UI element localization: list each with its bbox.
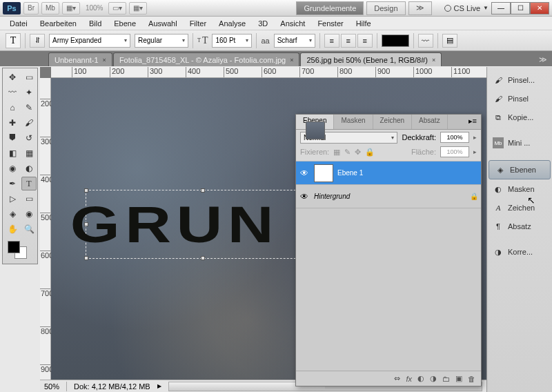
view-extras[interactable]: ▭▾ — [108, 2, 126, 14]
new-layer-icon[interactable]: ▣ — [455, 374, 462, 383]
type-tool[interactable]: T — [21, 177, 37, 190]
dock-masks[interactable]: ◐Masken — [487, 180, 552, 199]
eraser-tool[interactable]: ◧ — [5, 146, 20, 160]
pen-tool[interactable]: ✒ — [5, 177, 20, 190]
magic-wand-tool[interactable]: ✦ — [21, 86, 37, 99]
healing-tool[interactable]: ✚ — [5, 116, 20, 130]
badge-br[interactable]: Br — [23, 2, 39, 14]
eyedropper-tool[interactable]: ✎ — [21, 101, 37, 115]
badge-mb[interactable]: Mb — [41, 2, 59, 14]
menu-bild[interactable]: Bild — [83, 18, 107, 29]
antialias-combo[interactable]: Scharf — [274, 34, 315, 48]
font-size-combo[interactable]: 160 Pt — [212, 34, 252, 48]
menu-analyse[interactable]: Analyse — [213, 18, 251, 29]
close-icon[interactable]: × — [290, 57, 293, 63]
canvas-text-content[interactable]: GRUN — [70, 195, 279, 254]
marquee-tool[interactable]: ▭ — [21, 70, 37, 84]
lock-transparency-icon[interactable]: ▦ — [333, 148, 340, 157]
stamp-tool[interactable]: ⛊ — [5, 131, 20, 145]
workspace-design[interactable]: Design — [366, 1, 405, 15]
visibility-toggle[interactable]: 👁 — [299, 192, 310, 202]
document-tab[interactable]: Fotolia_8715458_XL - © Azaliya - Fotolia… — [113, 52, 300, 66]
window-maximize[interactable]: ☐ — [511, 2, 530, 14]
lock-pixels-icon[interactable]: ✎ — [344, 148, 351, 157]
dock-brush-presets[interactable]: 🖌Pinsel... — [487, 71, 552, 90]
screen-mode-picker[interactable]: ▦▾ — [62, 2, 80, 14]
zoom-readout[interactable]: 50% — [44, 382, 59, 391]
fill-field[interactable]: 100% — [440, 146, 469, 157]
text-orientation-toggle[interactable]: ⥯ — [30, 34, 45, 48]
tab-absatz[interactable]: Absatz — [412, 115, 448, 129]
layer-name[interactable]: Hintergrund — [314, 193, 466, 200]
lock-position-icon[interactable]: ✥ — [355, 148, 361, 157]
font-style-combo[interactable]: Regular — [135, 34, 188, 48]
document-tab-active[interactable]: 256.jpg bei 50% (Ebene 1, RGB/8#)× — [300, 52, 442, 66]
3d-tool[interactable]: ◈ — [5, 207, 20, 221]
menu-hilfe[interactable]: Hilfe — [351, 18, 377, 29]
tab-overflow[interactable]: ≫ — [534, 52, 552, 66]
dodge-tool[interactable]: ◐ — [21, 161, 37, 175]
crop-tool[interactable]: ⌂ — [5, 101, 20, 115]
dock-character[interactable]: AZeichen — [487, 199, 552, 217]
document-tab[interactable]: Unbenannt-1× — [48, 52, 112, 66]
close-icon[interactable]: × — [432, 57, 435, 63]
visibility-toggle[interactable]: 👁 — [299, 168, 310, 178]
menu-fenster[interactable]: Fenster — [312, 18, 348, 29]
close-icon[interactable]: × — [103, 57, 106, 63]
link-layers-icon[interactable]: ⇔ — [394, 374, 400, 383]
active-tool-indicator[interactable]: T — [6, 33, 21, 48]
flyout-icon[interactable]: ▸ — [473, 148, 477, 155]
opacity-field[interactable]: 100% — [440, 132, 469, 143]
cs-live-button[interactable]: CS Live▼ — [444, 4, 489, 12]
layer-thumbnail[interactable]: T — [314, 164, 333, 182]
workspace-grundelemente[interactable]: Grundelemente — [296, 1, 364, 15]
layer-fx-icon[interactable]: fx — [406, 375, 412, 383]
flyout-icon[interactable]: ▸ — [473, 134, 477, 141]
dock-layers[interactable]: ◈Ebenen — [489, 160, 551, 179]
layer-row[interactable]: 👁 Hintergrund 🔒 — [296, 185, 481, 208]
font-family-combo[interactable]: Army Expanded — [49, 34, 130, 48]
align-center[interactable]: ≡ — [341, 34, 356, 48]
color-swatches[interactable] — [5, 239, 37, 262]
panel-menu-icon[interactable]: ▸≡ — [464, 115, 481, 129]
menu-ansicht[interactable]: Ansicht — [275, 18, 310, 29]
text-color-swatch[interactable] — [382, 35, 409, 47]
arrange-docs[interactable]: ▦▾ — [129, 2, 147, 14]
layer-name[interactable]: Ebene 1 — [337, 169, 478, 177]
menu-bearbeiten[interactable]: Bearbeiten — [34, 18, 82, 29]
zoom-tool[interactable]: 🔍 — [21, 222, 37, 236]
shape-tool[interactable]: ▭ — [21, 192, 37, 206]
character-panel-button[interactable]: ▤ — [442, 34, 457, 48]
align-left[interactable]: ≡ — [324, 34, 339, 48]
warp-text-button[interactable]: 〰 — [418, 34, 433, 48]
add-mask-icon[interactable]: ◐ — [417, 374, 424, 383]
window-minimize[interactable]: — — [491, 2, 511, 14]
brush-tool[interactable]: 🖌 — [21, 116, 37, 130]
dock-adjustments[interactable]: ◑Korre... — [487, 243, 552, 262]
3d-camera-tool[interactable]: ◉ — [21, 207, 37, 221]
dock-brush[interactable]: 🖌Pinsel — [487, 90, 552, 108]
dock-clone-source[interactable]: ⧉Kopie... — [487, 108, 552, 127]
menu-auswahl[interactable]: Auswahl — [143, 18, 183, 29]
menu-3d[interactable]: 3D — [253, 18, 273, 29]
new-adjustment-icon[interactable]: ◑ — [430, 374, 437, 383]
menu-datei[interactable]: Datei — [4, 18, 33, 29]
doc-size-readout[interactable]: Dok: 4,12 MB/4,12 MB — [74, 382, 150, 391]
move-tool[interactable]: ✥ — [5, 70, 20, 84]
layer-row-selected[interactable]: 👁 T Ebene 1 — [296, 161, 481, 185]
gradient-tool[interactable]: ▦ — [21, 146, 37, 160]
dock-paragraph[interactable]: ¶Absatz — [487, 217, 552, 236]
tab-zeichen[interactable]: Zeichen — [373, 115, 413, 129]
align-right[interactable]: ≡ — [357, 34, 373, 48]
dock-mini-bridge[interactable]: MbMini ... — [487, 134, 552, 153]
window-close[interactable]: ✕ — [530, 2, 549, 14]
new-group-icon[interactable]: 🗀 — [442, 375, 450, 383]
layers-panel[interactable]: Ebenen Masken Zeichen Absatz ▸≡ Normal D… — [295, 114, 482, 386]
menu-filter[interactable]: Filter — [184, 18, 212, 29]
path-select-tool[interactable]: ▷ — [5, 192, 20, 206]
hand-tool[interactable]: ✋ — [5, 222, 20, 236]
tab-masken[interactable]: Masken — [334, 115, 373, 129]
workspace-more[interactable]: ≫ — [408, 1, 432, 15]
menu-ebene[interactable]: Ebene — [108, 18, 141, 29]
delete-layer-icon[interactable]: 🗑 — [468, 375, 475, 383]
